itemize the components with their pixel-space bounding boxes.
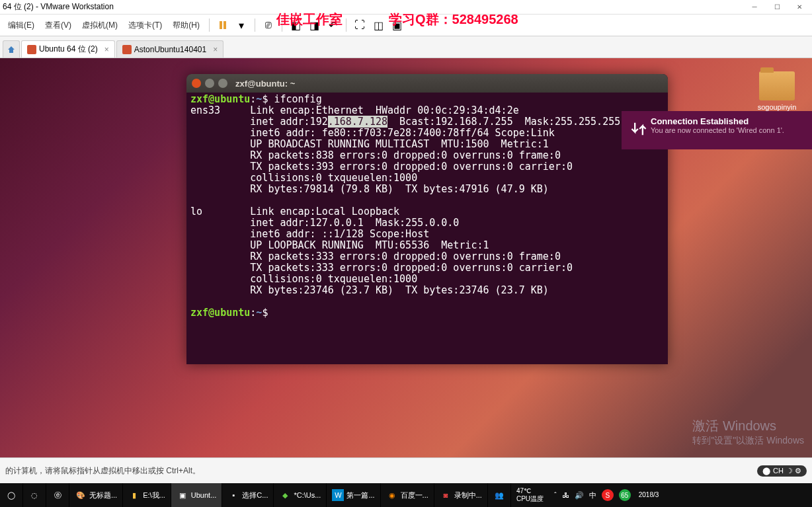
network-notification[interactable]: Connection Established You are now conne… — [622, 111, 812, 149]
terminal-close-button[interactable] — [192, 79, 201, 88]
terminal-title: zxf@ubuntu: ~ — [235, 79, 295, 89]
menu-edit[interactable]: 编辑(E) — [3, 17, 40, 34]
start-button[interactable]: ◯ — [0, 483, 23, 507]
taskbar-item[interactable]: ◙录制中... — [434, 483, 488, 507]
network-icon[interactable]: 🖧 — [562, 491, 569, 499]
home-tab[interactable] — [3, 40, 20, 58]
dropdown-icon[interactable]: ▾ — [235, 19, 248, 32]
tray-badge-green[interactable]: 65 — [619, 489, 631, 501]
tab-aston[interactable]: AstonUbuntu140401 × — [116, 40, 223, 58]
clock[interactable]: 2018/3 — [636, 491, 662, 499]
menu-view[interactable]: 查看(V) — [40, 17, 77, 34]
unity-icon[interactable]: ◫ — [372, 19, 385, 32]
system-tray[interactable]: ˆ 🖧 🔊 中 S 65 — [549, 489, 636, 501]
menu-tabs[interactable]: 选项卡(T) — [123, 17, 167, 34]
taskbar-item[interactable]: ▪选择C... — [222, 483, 274, 507]
svg-rect-1 — [223, 21, 226, 29]
people-icon[interactable]: 👥 — [488, 483, 511, 507]
tab-ubuntu[interactable]: Ubuntu 64 位 (2) × — [21, 40, 115, 58]
menubar: 编辑(E) 查看(V) 虚拟机(M) 选项卡(T) 帮助(H) ▾ ⎚ ◧ ◨ … — [0, 15, 812, 36]
cortana-icon[interactable]: ◌ — [23, 483, 46, 507]
watermark-overlay-1: 佳嵌工作室 — [276, 11, 343, 28]
ime-indicator[interactable]: ⬤ CH ☽ ⚙ — [757, 465, 807, 477]
terminal-maximize-button[interactable] — [218, 79, 227, 88]
taskbar-item[interactable]: 🎨无标题... — [69, 483, 123, 507]
pause-icon[interactable] — [216, 19, 229, 32]
updown-arrows-icon — [627, 116, 651, 144]
maximize-button[interactable]: ☐ — [767, 1, 787, 13]
tray-badge-red[interactable]: S — [602, 489, 614, 501]
vm-desktop[interactable]: sogoupinyin zxf@ubuntu: ~ zxf@ubuntu:~$ … — [0, 58, 812, 457]
taskbar-item[interactable]: ▮E:\我... — [123, 483, 171, 507]
terminal-minimize-button[interactable] — [205, 79, 214, 88]
edge-icon[interactable]: ⓔ — [46, 483, 69, 507]
minimize-button[interactable]: ─ — [745, 1, 764, 13]
folder-label: sogoupinyin — [755, 103, 799, 111]
windows-taskbar: ◯ ◌ ⓔ 🎨无标题... ▮E:\我... ▣Ubunt... ▪选择C...… — [0, 483, 812, 507]
tab-close-icon[interactable]: × — [213, 45, 218, 54]
watermark-overlay-2: 学习Q群：528495268 — [389, 11, 518, 28]
volume-icon[interactable]: 🔊 — [575, 491, 584, 500]
ubuntu-icon — [27, 45, 36, 54]
windows-activation-watermark: 激活 Windows 转到"设置"以激活 Windows — [692, 417, 804, 447]
taskbar-item[interactable]: ◉百度一... — [381, 483, 434, 507]
terminal-body[interactable]: zxf@ubuntu:~$ ifconfig ens33 Link encap:… — [186, 93, 668, 320]
taskbar-item[interactable]: ◆*C:\Us... — [274, 483, 327, 507]
temp-widget[interactable]: 47℃ CPU温度 — [511, 487, 549, 503]
notification-body: You are now connected to 'Wired conn 1'. — [651, 126, 784, 134]
fullscreen-icon[interactable]: ⛶ — [353, 19, 366, 32]
notification-title: Connection Established — [651, 116, 784, 126]
svg-rect-0 — [220, 21, 222, 29]
vmware-statusbar: 的计算机，请将鼠标指针从虚拟机中移出或按 Ctrl+Alt。 ⬤ CH ☽ ⚙ — [0, 457, 812, 483]
taskbar-item-vmware[interactable]: ▣Ubunt... — [171, 483, 223, 507]
terminal-window[interactable]: zxf@ubuntu: ~ zxf@ubuntu:~$ ifconfig ens… — [186, 74, 668, 364]
tab-label: Ubuntu 64 位 (2) — [39, 44, 98, 55]
tab-close-icon[interactable]: × — [104, 45, 109, 54]
menu-help[interactable]: 帮助(H) — [167, 17, 205, 34]
terminal-titlebar[interactable]: zxf@ubuntu: ~ — [186, 74, 668, 93]
ubuntu-icon — [122, 45, 132, 54]
taskbar-item[interactable]: W第一篇... — [327, 483, 380, 507]
close-button[interactable]: ✕ — [790, 1, 809, 13]
status-hint: 的计算机，请将鼠标指针从虚拟机中移出或按 Ctrl+Alt。 — [5, 465, 200, 477]
tabbar: Ubuntu 64 位 (2) × AstonUbuntu140401 × — [0, 36, 812, 58]
tab-label: AstonUbuntu140401 — [134, 45, 206, 54]
desktop-folder[interactable]: sogoupinyin — [755, 71, 799, 111]
menu-vm[interactable]: 虚拟机(M) — [77, 17, 123, 34]
folder-icon — [759, 71, 795, 100]
tray-chevron-icon[interactable]: ˆ — [554, 491, 557, 499]
ime-lang[interactable]: 中 — [589, 490, 596, 500]
window-title: 64 位 (2) - VMware Workstation — [3, 1, 745, 13]
send-ctrlaltdel-icon[interactable]: ⎚ — [262, 19, 275, 32]
